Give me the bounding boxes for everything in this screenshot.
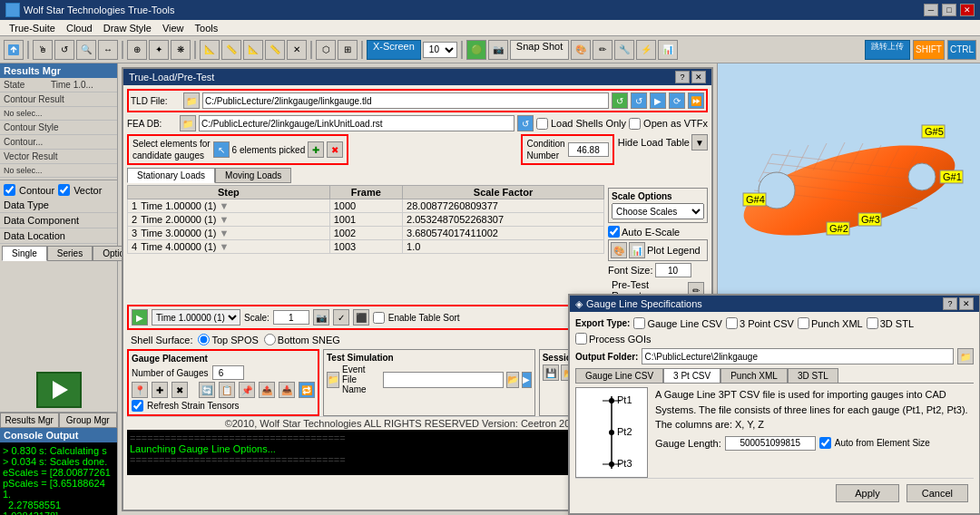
3d-stl-checkbox[interactable]: [867, 317, 878, 329]
gauge-icon-1[interactable]: 📍: [132, 382, 148, 398]
select-add-btn[interactable]: ✚: [308, 141, 324, 158]
close-button[interactable]: ✕: [960, 4, 975, 16]
toolbar-photo-btn[interactable]: 📷: [488, 40, 508, 60]
shift-btn[interactable]: SHIFT: [913, 40, 945, 60]
table-row[interactable]: 3Time 3.00000 (1) ▼ 1002 3.6805740174110…: [128, 227, 604, 240]
toolbar-btn-5[interactable]: ↔: [98, 40, 118, 60]
tld-btn-3[interactable]: ▶: [650, 92, 666, 109]
spec-dialog-close[interactable]: ✕: [959, 297, 974, 310]
enable-table-sort-checkbox[interactable]: [373, 312, 385, 324]
toolbar-btn-18[interactable]: 🔧: [614, 40, 634, 60]
upload-button[interactable]: 跳转上传: [865, 40, 910, 60]
tab-series[interactable]: Series: [47, 246, 93, 261]
menu-cloud[interactable]: Cloud: [61, 23, 98, 34]
gauge-icon-6[interactable]: 📌: [239, 382, 255, 398]
tld-btn-2[interactable]: ↺: [631, 92, 647, 109]
results-mgr-button[interactable]: Results Mgr: [0, 413, 59, 428]
toolbar-color-btn[interactable]: 🟢: [466, 40, 486, 60]
output-folder-browse-btn[interactable]: 📁: [957, 348, 974, 364]
tab-single[interactable]: Single: [2, 246, 47, 261]
run-button[interactable]: [36, 372, 82, 408]
time-select[interactable]: Time 1.00000 (1): [152, 309, 240, 326]
spec-tab-gauge-line-csv[interactable]: Gauge Line CSV: [575, 368, 663, 383]
font-size-input[interactable]: [655, 263, 691, 277]
group-mgr-button[interactable]: Group Mgr: [59, 413, 118, 428]
event-file-btn-2[interactable]: ▶: [522, 372, 532, 388]
process-gois-checkbox[interactable]: [575, 333, 587, 345]
fea-db-input[interactable]: [199, 115, 514, 131]
fea-reload-btn[interactable]: ↺: [517, 115, 534, 131]
gauge-icon-3[interactable]: ✖: [172, 382, 188, 398]
open-vtfx-checkbox[interactable]: [629, 118, 641, 130]
tld-file-input[interactable]: [202, 92, 609, 109]
event-file-input[interactable]: [383, 372, 504, 388]
punch-xml-checkbox[interactable]: [798, 317, 809, 329]
snap-shot-button[interactable]: Snap Shot: [510, 40, 569, 60]
auto-escale-checkbox[interactable]: [608, 226, 620, 238]
apply-button[interactable]: Apply: [836, 484, 899, 502]
gauge-line-csv-checkbox[interactable]: [633, 317, 645, 329]
menu-view[interactable]: View: [157, 23, 190, 34]
spec-dialog-help[interactable]: ?: [943, 297, 957, 310]
spec-tab-3pt-csv[interactable]: 3 Pt CSV: [663, 368, 720, 383]
contour-checkbox[interactable]: [4, 184, 15, 196]
tld-btn-5[interactable]: ⏩: [688, 92, 704, 109]
time-icon[interactable]: ▶: [132, 309, 148, 326]
menu-true-suite[interactable]: True-Suite: [4, 23, 61, 34]
toolbar-btn-17[interactable]: ✏: [593, 40, 612, 60]
hide-table-icon[interactable]: ▼: [691, 134, 708, 151]
minimize-button[interactable]: ─: [924, 4, 938, 16]
scale-icon-1[interactable]: 📷: [313, 309, 329, 326]
auto-element-size-checkbox[interactable]: [819, 437, 831, 449]
gauge-icon-7[interactable]: 📤: [259, 382, 275, 398]
tab-moving-loads[interactable]: Moving Loads: [215, 168, 291, 183]
select-cursor-btn[interactable]: ↖: [213, 141, 230, 158]
toolbar-btn-2[interactable]: 🖱: [33, 40, 53, 60]
menu-draw-style[interactable]: Draw Style: [98, 23, 157, 34]
bottom-sneg-radio[interactable]: [264, 334, 276, 345]
gauge-icon-8[interactable]: 📥: [279, 382, 295, 398]
gauge-icon-2[interactable]: ✚: [152, 382, 168, 398]
table-row[interactable]: 2Time 2.00000 (1) ▼ 1001 2.0532487052268…: [128, 213, 604, 227]
tld-btn-4[interactable]: ⟳: [669, 92, 685, 109]
event-file-icon[interactable]: 📁: [327, 372, 339, 388]
toolbar-btn-4[interactable]: 🔍: [76, 40, 96, 60]
vector-checkbox[interactable]: [58, 184, 70, 196]
toolbar-btn-10[interactable]: 📏: [221, 40, 241, 60]
toolbar-btn-14[interactable]: ⬡: [316, 40, 336, 60]
top-spos-radio[interactable]: [198, 334, 210, 345]
table-row[interactable]: 1Time 1.00000 (1) ▼ 1000 28.008772608093…: [128, 199, 604, 213]
spec-tab-punch-xml[interactable]: Punch XML: [720, 368, 788, 383]
toolbar-btn-11[interactable]: 📐: [243, 40, 263, 60]
toolbar-btn-12[interactable]: 📏: [265, 40, 285, 60]
toolbar-btn-16[interactable]: 🎨: [571, 40, 591, 60]
gauge-icon-5[interactable]: 📋: [219, 382, 235, 398]
toolbar-btn-1[interactable]: [4, 40, 24, 60]
select-remove-btn[interactable]: ✖: [327, 141, 343, 158]
session-icon-1[interactable]: 💾: [543, 364, 559, 381]
num-gauges-input[interactable]: [212, 365, 244, 380]
output-folder-input[interactable]: [642, 348, 954, 364]
xscreen-value-select[interactable]: 10520: [423, 42, 457, 58]
spec-tab-3d-stl[interactable]: 3D STL: [788, 368, 838, 383]
plot-legend-icon-2[interactable]: 📊: [629, 242, 645, 258]
event-file-btn-1[interactable]: 📂: [506, 372, 519, 388]
gauge-icon-4[interactable]: 🔄: [199, 382, 215, 398]
tld-btn-1[interactable]: ↺: [612, 92, 628, 109]
condition-number-input[interactable]: [568, 142, 609, 157]
fea-folder-icon[interactable]: 📁: [180, 115, 196, 131]
scale-input[interactable]: [273, 310, 309, 325]
gauge-icon-9[interactable]: 🔁: [299, 382, 315, 398]
xscreen-button[interactable]: X-Screen: [367, 40, 421, 60]
toolbar-btn-6[interactable]: ⊕: [127, 40, 147, 60]
toolbar-btn-20[interactable]: 📊: [658, 40, 678, 60]
scale-icon-3[interactable]: ⬛: [353, 309, 369, 326]
load-shells-checkbox[interactable]: [536, 118, 548, 130]
refresh-tensors-checkbox[interactable]: [132, 400, 143, 412]
dialog-close[interactable]: ✕: [691, 71, 706, 83]
toolbar-btn-9[interactable]: 📐: [200, 40, 220, 60]
toolbar-btn-3[interactable]: ↺: [54, 40, 74, 60]
choose-scales-select[interactable]: Choose Scales: [612, 203, 704, 219]
toolbar-btn-13[interactable]: ✕: [287, 40, 307, 60]
gauge-length-input[interactable]: [725, 436, 816, 451]
